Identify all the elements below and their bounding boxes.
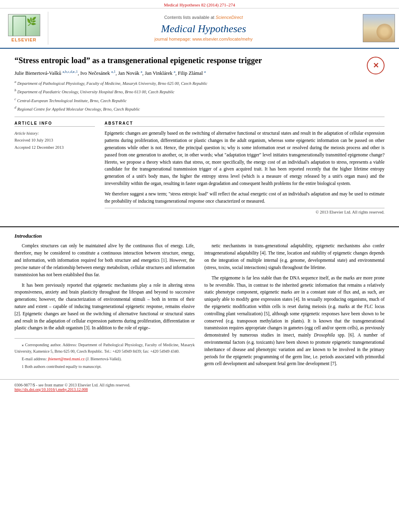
introduction-heading: Introduction [14,233,385,239]
elsevier-name: ELSEVIER [11,37,36,42]
affil-d: d Regional Centre for Applied Molecular … [14,105,385,113]
sciencedirect-line: Contents lists available at ScienceDirec… [164,15,243,20]
footnote-equal: 1 Both authors contributed equally to ma… [14,364,195,370]
right-para-2: The epigenome is far less stable than th… [204,275,385,368]
author-ivo: Ivo Nečesánek a,1 [80,70,115,76]
author-jan-vink: Jan Vinklárek a [145,70,175,76]
authors-line: Julie Bienertová-Vašků a,b,c,d,⁎,1, Ivo … [14,70,385,76]
journal-thumb-image [363,14,395,42]
body-content: Introduction Complex structures can only… [0,226,399,379]
email-link[interactable]: jbienert@med.muni.cz [48,357,84,361]
body-two-col: Complex structures can only be maintaine… [14,242,385,371]
history-label: Article history: [14,130,95,137]
homepage-url[interactable]: www.elsevier.com/locate/mehy [192,37,253,41]
abstract-col: ABSTRACT Epigenetic changes are generall… [105,121,385,214]
elsevier-logo-section: ELSEVIER [0,12,48,45]
intro-para-2: It has been previously reported that epi… [14,282,195,332]
separator-1 [14,117,385,117]
right-para-1: netic mechanisms in trans-generational a… [204,242,385,271]
footer-copy-text: 0306-9877/$ - see front matter © 2013 El… [14,383,385,387]
abstract-para-1: Epigenetic changes are generally based o… [105,130,385,187]
body-col-left: Complex structures can only be maintaine… [14,242,195,371]
email-name: (J. Bienertová-Vašků). [84,357,121,361]
crossmark-badge[interactable] [367,57,385,74]
footnote-corresponding: ⁎ Corresponding author. Address: Departm… [14,342,195,355]
homepage-label: journal homepage: [154,37,191,41]
footer-copyright: 0306-9877/$ - see front matter © 2013 El… [14,383,385,392]
sciencedirect-link[interactable]: ScienceDirect [216,15,243,20]
journal-thumbnail [359,12,399,45]
abstract-copyright: © 2013 Elsevier Ltd. All rights reserved… [105,208,385,214]
journal-header: ELSEVIER Contents lists available at Sci… [0,8,399,49]
article-info-header: ARTICLE INFO [14,121,95,127]
footnote-email: E-mail address: jbienert@med.muni.cz (J.… [14,356,195,362]
received-date: Received 10 July 2013 [14,137,95,144]
page: Medical Hypotheses 82 (2014) 271–274 ELS… [0,0,399,532]
crossmark-icon[interactable] [367,57,385,74]
article-info-col: ARTICLE INFO Article history: Received 1… [14,121,95,214]
article-title: “Stress entropic load” as a transgenerat… [14,55,385,66]
journal-homepage: journal homepage: www.elsevier.com/locat… [154,37,253,41]
page-footer: 0306-9877/$ - see front matter © 2013 El… [0,379,399,393]
intro-para-1: Complex structures can only be maintaine… [14,242,195,278]
affiliations: a Department of Pathological Physiology,… [14,79,385,113]
affil-b: b Department of Paediatric Oncology, Uni… [14,87,385,95]
top-bar: Medical Hypotheses 82 (2014) 271–274 [0,0,399,8]
author-filip: Filip Zlámal a [178,70,206,76]
elsevier-logo-image [8,14,40,36]
info-abstract-section: ARTICLE INFO Article history: Received 1… [14,121,385,214]
journal-center: Contents lists available at ScienceDirec… [48,12,359,45]
abstract-header: ABSTRACT [105,121,385,127]
journal-title: Medical Hypotheses [161,23,246,35]
email-label: E-mail address: [22,357,48,361]
affil-a: a Department of Pathological Physiology,… [14,79,385,87]
abstract-para-2: We therefore suggest a new term; "stress… [105,191,385,205]
author-julie: Julie Bienertová-Vašků a,b,c,d,⁎,1 [14,70,78,76]
abstract-text: Epigenetic changes are generally based o… [105,130,385,205]
footnotes: ⁎ Corresponding author. Address: Departm… [14,338,195,370]
article-content: “Stress entropic load” as a transgenerat… [0,49,399,226]
journal-reference: Medical Hypotheses 82 (2014) 271–274 [164,2,235,7]
affil-c: c Central-European Technological Institu… [14,96,385,104]
article-history: Article history: Received 10 July 2013 A… [14,130,95,151]
author-jan-novak: Jan Novák a [118,70,142,76]
footer-doi-link[interactable]: http://dx.doi.org/10.1016/j.mehy.2013.12… [14,387,88,392]
accepted-date: Accepted 12 December 2013 [14,144,95,151]
body-col-right: netic mechanisms in trans-generational a… [204,242,385,371]
sciencedirect-prefix: Contents lists available at [164,15,214,20]
